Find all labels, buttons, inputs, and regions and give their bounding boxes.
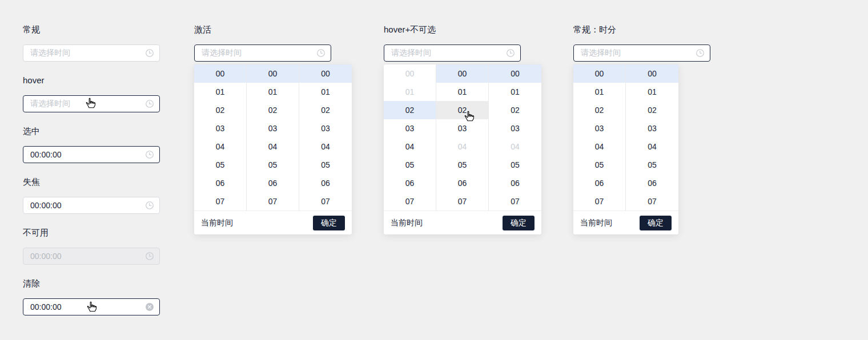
field-label: 不可用 (23, 226, 160, 239)
time-cell-06[interactable]: 06 (626, 174, 678, 192)
time-column: 0001020304050607 (299, 64, 352, 211)
time-cell-01[interactable]: 01 (489, 83, 541, 101)
field-label: 常规 (23, 23, 160, 36)
time-cell-03[interactable]: 03 (573, 119, 625, 137)
time-cell-02[interactable]: 02 (299, 101, 352, 119)
time-cell-07[interactable]: 07 (436, 192, 488, 211)
time-cell-05[interactable]: 05 (573, 156, 625, 174)
time-cell-03[interactable]: 03 (247, 119, 299, 137)
time-cell-06[interactable]: 06 (489, 174, 541, 192)
time-cell-07[interactable]: 07 (489, 192, 541, 211)
clock-icon[interactable] (145, 48, 154, 58)
clock-icon[interactable] (506, 48, 515, 58)
time-cell-04[interactable]: 04 (384, 137, 436, 156)
input-text: 请选择时间 (30, 48, 70, 58)
time-cell-04[interactable]: 04 (626, 137, 678, 156)
field-group-normal: 常规 请选择时间 (23, 23, 160, 62)
time-cell-07[interactable]: 07 (626, 192, 678, 211)
time-cell-05[interactable]: 05 (247, 156, 299, 174)
time-cell-06[interactable]: 06 (299, 174, 352, 192)
time-input-hour-minute[interactable]: 请选择时间 (573, 44, 710, 62)
clock-icon[interactable] (696, 48, 705, 58)
confirm-button[interactable]: 确定 (503, 216, 535, 230)
time-cell-06[interactable]: 06 (436, 174, 488, 192)
time-cell-00[interactable]: 00 (299, 64, 352, 83)
time-cell-00[interactable]: 00 (626, 64, 678, 83)
time-cell-07[interactable]: 07 (384, 192, 436, 211)
time-cell-06[interactable]: 06 (247, 174, 299, 192)
input-text: 00:00:00 (30, 252, 62, 261)
current-time-link[interactable]: 当前时间 (580, 218, 612, 228)
time-cell-06[interactable]: 06 (194, 174, 246, 192)
clear-icon[interactable] (145, 302, 154, 311)
time-cell-01[interactable]: 01 (436, 83, 488, 101)
clock-icon[interactable] (145, 201, 154, 210)
time-cell-03[interactable]: 03 (299, 119, 352, 137)
time-cell-02[interactable]: 02 (247, 101, 299, 119)
time-cell-02[interactable]: 02 (194, 101, 246, 119)
time-input-normal[interactable]: 请选择时间 (23, 44, 160, 62)
time-cell-05[interactable]: 05 (626, 156, 678, 174)
time-cell-05[interactable]: 05 (194, 156, 246, 174)
time-cell-00[interactable]: 00 (436, 64, 488, 83)
time-cell-07[interactable]: 07 (194, 192, 246, 211)
time-cell-03[interactable]: 03 (384, 119, 436, 137)
time-cell-02[interactable]: 02 (384, 101, 436, 119)
time-cell-00[interactable]: 00 (247, 64, 299, 83)
time-cell-04[interactable]: 04 (194, 137, 246, 156)
time-cell-03[interactable]: 03 (626, 119, 678, 137)
input-text: 请选择时间 (391, 48, 431, 58)
clock-icon[interactable] (145, 150, 154, 159)
time-cell-01[interactable]: 01 (573, 83, 625, 101)
time-cell-05[interactable]: 05 (436, 156, 488, 174)
time-cell-02[interactable]: 02 (489, 101, 541, 119)
confirm-button[interactable]: 确定 (640, 216, 672, 230)
time-cell-05[interactable]: 05 (384, 156, 436, 174)
time-input-selected[interactable]: 00:00:00 (23, 146, 160, 163)
time-cell-07[interactable]: 07 (247, 192, 299, 211)
input-text: 00:00:00 (30, 150, 62, 159)
picker-label: 激活 (194, 23, 331, 36)
time-cell-00[interactable]: 00 (489, 64, 541, 83)
confirm-button[interactable]: 确定 (313, 216, 345, 230)
time-cell-06[interactable]: 06 (573, 174, 625, 192)
current-time-link[interactable]: 当前时间 (201, 218, 233, 228)
time-cell-03[interactable]: 03 (194, 119, 246, 137)
time-cell-01[interactable]: 01 (299, 83, 352, 101)
time-cell-04[interactable]: 04 (247, 137, 299, 156)
time-cell-04: 04 (436, 137, 488, 156)
panel-footer: 当前时间 确定 (573, 211, 678, 234)
time-picker-demo-page: { "page": { "background": "#f0f0f1", "co… (0, 0, 868, 340)
time-cell-05[interactable]: 05 (299, 156, 352, 174)
input-text: 请选择时间 (581, 48, 621, 58)
time-column: 0001020304050607 (626, 64, 678, 211)
time-columns: 0001020304050607000102030405060700010203… (194, 64, 352, 211)
time-cell-02[interactable]: 02 (436, 101, 488, 119)
picker-active: 激活 请选择时间 0001020304050607000102030405060… (194, 23, 331, 62)
time-cell-05[interactable]: 05 (489, 156, 541, 174)
time-cell-01[interactable]: 01 (626, 83, 678, 101)
time-column: 0001020304050607 (247, 64, 299, 211)
time-cell-01: 01 (384, 83, 436, 101)
time-input-hover-disabled[interactable]: 请选择时间 (384, 44, 521, 62)
time-cell-01[interactable]: 01 (194, 83, 246, 101)
time-cell-03[interactable]: 03 (436, 119, 488, 137)
time-cell-02[interactable]: 02 (626, 101, 678, 119)
time-cell-06[interactable]: 06 (384, 174, 436, 192)
time-input-blur[interactable]: 00:00:00 (23, 197, 160, 214)
time-cell-04[interactable]: 04 (299, 137, 352, 156)
time-cell-02[interactable]: 02 (573, 101, 625, 119)
time-cell-03[interactable]: 03 (489, 119, 541, 137)
time-cell-07[interactable]: 07 (299, 192, 352, 211)
time-cell-00[interactable]: 00 (573, 64, 625, 83)
clock-icon[interactable] (145, 99, 154, 108)
time-input-active[interactable]: 请选择时间 (194, 44, 331, 62)
time-cell-00[interactable]: 00 (194, 64, 246, 83)
time-panel: 00010203040506070001020304050607 当前时间 确定 (573, 64, 678, 234)
clock-icon[interactable] (316, 48, 326, 58)
time-cell-04[interactable]: 04 (573, 137, 625, 156)
current-time-link[interactable]: 当前时间 (391, 218, 423, 228)
time-cell-07[interactable]: 07 (573, 192, 625, 211)
time-cell-01[interactable]: 01 (247, 83, 299, 101)
hand-cursor-icon (86, 301, 97, 312)
